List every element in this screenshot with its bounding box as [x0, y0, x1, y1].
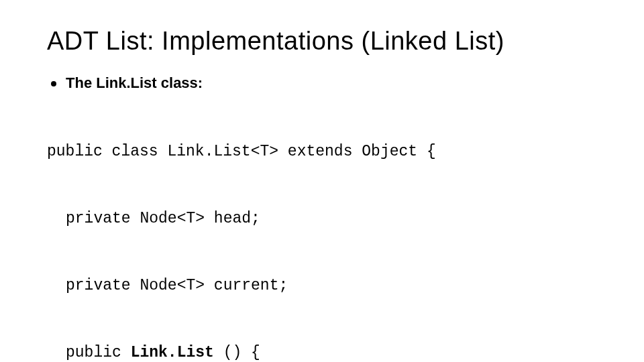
code-text: () { [214, 344, 260, 361]
code-block: public class Link.List<T> extends Object… [47, 96, 604, 362]
code-line: public Link.List () { [47, 342, 604, 362]
code-line: private Node<T> head; [47, 208, 604, 230]
bullet-text: The Link.List class: [66, 74, 203, 92]
slide-title: ADT List: Implementations (Linked List) [47, 27, 604, 56]
code-line: private Node<T> current; [47, 275, 604, 297]
bullet-dot-icon [51, 81, 56, 86]
code-text-bold: Link.List [131, 344, 214, 361]
slide: ADT List: Implementations (Linked List) … [0, 0, 644, 362]
code-text: public [66, 344, 131, 361]
code-line: public class Link.List<T> extends Object… [47, 141, 604, 163]
bullet-item: The Link.List class: [47, 74, 604, 92]
